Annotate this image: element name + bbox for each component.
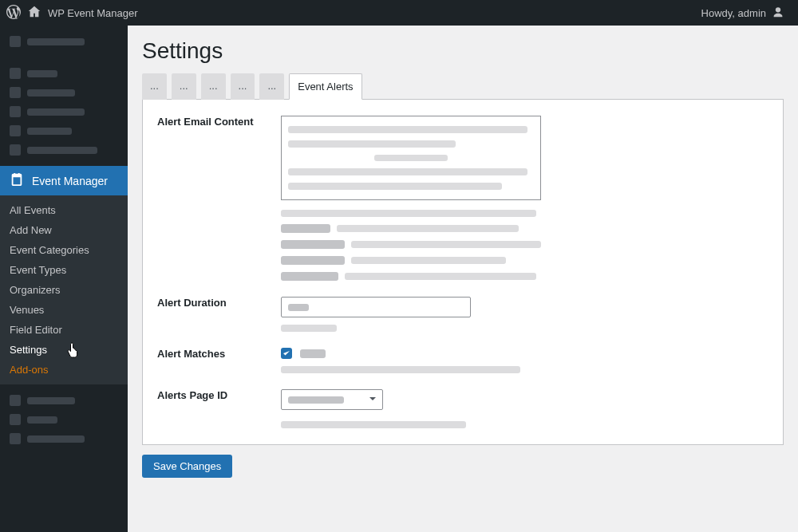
active-menu-arrow-icon [128,175,134,187]
user-avatar-icon[interactable] [771,5,785,22]
wordpress-logo-icon[interactable] [6,5,21,22]
submenu-item-organizers[interactable]: Organizers [0,280,128,300]
alert-email-content-label: Alert Email Content [151,108,275,289]
sidebar-placeholder-item[interactable] [0,429,128,448]
chevron-down-icon [368,394,377,406]
sidebar-placeholder-item[interactable] [0,121,128,140]
admin-sidebar: Event Manager All Events Add New Event C… [0,26,128,532]
alert-email-content-description [281,210,768,281]
home-icon[interactable] [27,5,41,22]
settings-panel: Alert Email Content [142,99,784,445]
submenu-item-all-events[interactable]: All Events [0,200,128,220]
svg-point-0 [776,7,780,12]
sidebar-placeholder-group-top [0,26,128,57]
calendar-icon [10,172,24,189]
tab-placeholder-1[interactable]: ... [142,73,167,100]
tab-placeholder-4[interactable]: ... [231,73,255,100]
alert-duration-input[interactable] [281,297,471,317]
sidebar-placeholder-group-bottom [0,384,128,455]
save-changes-button[interactable]: Save Changes [142,455,232,478]
sidebar-placeholder-item[interactable] [0,64,128,83]
submenu-item-venues[interactable]: Venues [0,300,128,320]
alerts-page-id-select[interactable] [281,389,383,410]
howdy-greeting[interactable]: Howdy, admin [701,7,766,19]
sidebar-placeholder-item[interactable] [0,102,128,121]
tab-placeholder-2[interactable]: ... [172,73,196,100]
alert-matches-checkbox[interactable] [281,348,292,359]
alerts-page-id-label: Alerts Page ID [151,381,275,436]
sidebar-menu-label: Event Manager [32,175,108,187]
tab-event-alerts[interactable]: Event Alerts [289,73,361,100]
sidebar-placeholder-item[interactable] [0,140,128,160]
submenu-item-field-editor[interactable]: Field Editor [0,320,128,340]
alerts-page-id-description [281,421,466,428]
submenu-item-addons[interactable]: Add-ons [0,360,128,380]
submenu-item-event-types[interactable]: Event Types [0,260,128,280]
tab-placeholder-3[interactable]: ... [201,73,226,100]
page-title: Settings [142,38,784,64]
sidebar-placeholder-item[interactable] [0,410,128,429]
admin-bar: WP Event Manager Howdy, admin [0,0,798,26]
sidebar-placeholder-item[interactable] [0,391,128,410]
alert-duration-label: Alert Duration [151,289,275,340]
sidebar-placeholder-item[interactable] [0,83,128,102]
alert-matches-description [281,366,520,373]
submenu-item-event-categories[interactable]: Event Categories [0,240,128,260]
alert-matches-checkbox-label [300,349,326,358]
sidebar-placeholder-group-2 [0,57,128,166]
tab-placeholder-5[interactable]: ... [259,73,284,100]
sidebar-submenu: All Events Add New Event Categories Even… [0,195,128,384]
alert-duration-description [281,325,337,332]
alert-matches-label: Alert Matches [151,340,275,381]
sidebar-placeholder-item[interactable] [0,32,128,51]
settings-tabs: ... ... ... ... ... Event Alerts [142,73,784,100]
site-name[interactable]: WP Event Manager [48,7,137,19]
sidebar-menu-event-manager[interactable]: Event Manager [0,166,128,195]
submenu-item-add-new[interactable]: Add New [0,220,128,240]
alert-email-content-textarea[interactable] [281,116,541,200]
submenu-item-settings[interactable]: Settings [0,340,128,360]
main-content: Settings ... ... ... ... ... Event Alert… [128,26,798,532]
